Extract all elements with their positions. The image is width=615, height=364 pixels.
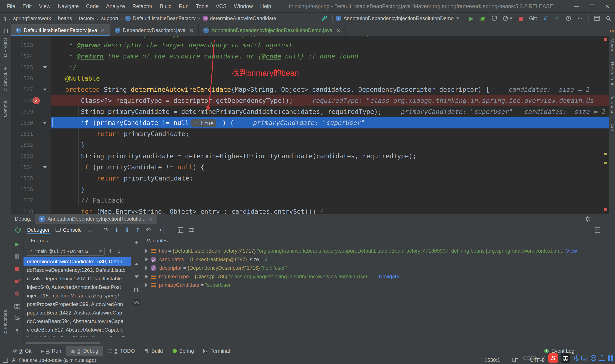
tool-button-5-debug[interactable]: 5: Debug — [66, 346, 103, 356]
tool-button-build[interactable]: Build — [139, 346, 167, 356]
close-button[interactable]: × — [600, 0, 615, 12]
fold-icon[interactable] — [43, 122, 47, 124]
editor-tab[interactable]: CDefaultListableBeanFactory.java× — [11, 24, 110, 36]
code-line[interactable]: 1523 * @param descriptor the target depe… — [11, 40, 609, 51]
warning-stripe-mark[interactable] — [604, 153, 607, 155]
stop-button[interactable]: ■ — [518, 15, 524, 22]
debug-button[interactable] — [480, 15, 486, 22]
code-line[interactable]: 1538for (Map.Entry<String, Object> entry… — [11, 206, 609, 214]
variable-link[interactable]: Navigate — [379, 273, 399, 280]
tool-window-button-database[interactable]: Database — [609, 94, 615, 115]
stack-frame[interactable]: doCreateBean:594, AbstractAutowireCapa — [24, 317, 131, 325]
gutter[interactable]: 1532 — [11, 140, 51, 151]
variable-row[interactable]: pdescriptor = {DependencyDescriptor@1716… — [142, 264, 609, 272]
caret-position[interactable]: 1530:1 — [484, 357, 500, 363]
code-text[interactable]: * @param descriptor the target dependenc… — [51, 40, 609, 51]
code-line[interactable]: 1526@Nullable — [11, 73, 609, 84]
menu-edit[interactable]: Edit — [19, 0, 35, 12]
menu-refactor[interactable]: Refactor — [129, 0, 156, 12]
profiler-button[interactable] — [503, 15, 512, 22]
force-step-into-icon[interactable]: ⇓ — [125, 226, 130, 234]
thread-dump-icon[interactable] — [14, 302, 21, 309]
scroll-down-icon[interactable] — [133, 273, 141, 280]
tool-window-button-2-favorites[interactable]: 2: Favorites — [2, 310, 8, 335]
menu-window[interactable]: Window — [230, 0, 256, 12]
tab-console[interactable]: Console — [55, 227, 81, 233]
stop-button[interactable]: ■ — [14, 265, 21, 272]
close-icon[interactable]: × — [148, 216, 153, 222]
step-into-icon[interactable]: ↓ — [114, 226, 119, 234]
code-line[interactable]: 1524 * @return the name of the autowire … — [11, 51, 609, 62]
menu-file[interactable]: File — [3, 0, 19, 12]
debug-settings-icon[interactable] — [14, 315, 21, 322]
maximize-button[interactable] — [584, 0, 600, 12]
view-breakpoints-icon[interactable] — [14, 278, 21, 285]
run-config-selector[interactable]: AnnotationDependencyInjectionResolutionD… — [333, 14, 463, 23]
horizontal-scrollbar[interactable] — [25, 342, 129, 344]
code-text[interactable]: } — [51, 184, 609, 195]
error-stripe-mark[interactable] — [604, 208, 607, 211]
fold-icon[interactable] — [43, 66, 47, 69]
breadcrumb-item[interactable]: mdetermineAutowireCandidate — [203, 15, 276, 21]
fold-icon[interactable] — [43, 166, 47, 169]
code-line[interactable]: 1525 */ — [11, 62, 609, 73]
tool-window-button-restfultool[interactable]: RestfulTool — [609, 62, 615, 85]
tool-window-button-1-project[interactable]: 1: Project — [2, 38, 8, 58]
editor-tab[interactable]: CDependencyDescriptor.java× — [110, 24, 199, 36]
wrench-icon[interactable] — [321, 15, 327, 22]
coverage-button[interactable] — [491, 15, 497, 22]
gutter[interactable]: 1538 — [11, 206, 51, 214]
fold-icon[interactable] — [43, 89, 47, 91]
menu-navigate[interactable]: Navigate — [54, 0, 82, 12]
tool-window-icon[interactable] — [3, 29, 8, 33]
code-text[interactable]: protected String determineAutowireCandid… — [51, 84, 609, 95]
stack-frame[interactable]: inject:116, InjectionMetadata (org.sprin… — [24, 291, 131, 300]
stack-frame[interactable]: createBean:517, AbstractAutowireCapable — [24, 325, 131, 334]
code-line[interactable]: 1537// Fallback — [11, 195, 609, 206]
thread-selector[interactable]: ✓ "main"@1 i...": RUNNING — [26, 247, 105, 256]
scroll-up-icon[interactable] — [133, 261, 141, 267]
previous-frame-icon[interactable]: ↑ — [108, 248, 113, 255]
rerun-button[interactable] — [15, 227, 21, 233]
error-stripe-mark[interactable] — [604, 38, 607, 41]
gutter[interactable]: 1535 — [11, 173, 51, 184]
history-button[interactable] — [565, 15, 572, 22]
expand-icon[interactable] — [146, 275, 148, 278]
pause-button[interactable] — [14, 253, 21, 260]
variable-row[interactable]: pcandidates = {LinkedHashMap@1787} size … — [142, 255, 609, 264]
code-line[interactable]: 1528✓Class<?> requiredType = descriptor.… — [11, 95, 609, 106]
gutter[interactable]: 1530 — [11, 117, 51, 129]
menu-analyze[interactable]: Analyze — [103, 0, 129, 12]
resume-button[interactable]: ▶ — [14, 241, 21, 247]
code-text[interactable]: Class<?> requiredType = descriptor.getDe… — [51, 95, 609, 106]
debug-session-tab[interactable]: AnnotationDependencyInjectionResolutio..… — [35, 214, 157, 224]
stack-frame[interactable]: populateBean:1422, AbstractAutowireCap — [24, 309, 131, 317]
rollback-button[interactable] — [577, 15, 583, 22]
copy-icon[interactable] — [133, 286, 141, 293]
stack-frame[interactable]: determineAutowireCandidate:1530, Defau — [24, 257, 131, 266]
editor-tab[interactable]: CAnnotationDependencyInjectionResolution… — [199, 24, 346, 36]
toolwindow-quickaccess-icon[interactable] — [2, 357, 8, 363]
code-text[interactable]: * that match the required type, as retur… — [51, 36, 609, 40]
step-over-icon[interactable]: ↷ — [104, 226, 108, 234]
line-separator[interactable]: LF — [512, 357, 518, 363]
code-line[interactable]: 1536} — [11, 184, 609, 195]
code-editor[interactable]: 1522 * that match the required type, as … — [11, 36, 609, 214]
tool-button-9-git[interactable]: 9: Git — [8, 346, 36, 356]
stack-frame[interactable]: postProcessProperties:399, AutowiredAnn — [24, 300, 131, 309]
gutter[interactable]: 1526 — [11, 73, 51, 84]
warning-stripe-mark[interactable] — [604, 162, 607, 164]
tab-debugger[interactable]: Debugger — [27, 226, 50, 234]
tool-button-4-run[interactable]: ▶4: Run — [36, 346, 66, 356]
gutter[interactable]: 1534 — [11, 162, 51, 173]
close-icon[interactable]: × — [189, 27, 194, 34]
breadcrumb-item[interactable]: factory — [79, 15, 94, 21]
code-text[interactable]: return priorityCandidate; — [51, 173, 609, 184]
commit-button[interactable]: ✓ — [554, 15, 560, 22]
tool-button-terminal[interactable]: Terminal — [199, 346, 235, 356]
next-frame-icon[interactable]: ↓ — [117, 248, 121, 255]
gutter[interactable]: 1536 — [11, 184, 51, 195]
gutter[interactable]: 1524 — [11, 51, 51, 62]
tool-button-spring[interactable]: Spring — [168, 346, 199, 356]
stack-frame[interactable]: inject:640, AutowiredAnnotationBeanPost — [24, 283, 131, 291]
